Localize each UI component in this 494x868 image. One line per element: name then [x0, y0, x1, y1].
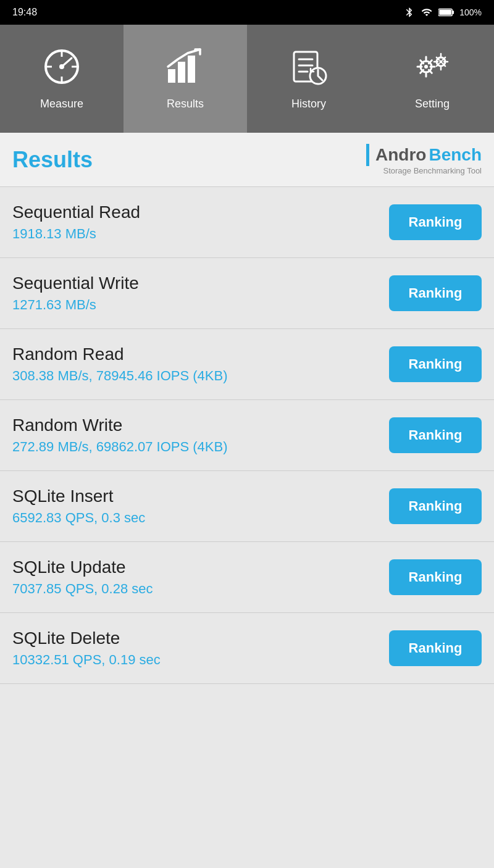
battery-icon [438, 7, 454, 17]
result-value-sequential-write: 1271.63 MB/s [12, 297, 139, 313]
svg-point-19 [424, 65, 428, 69]
svg-rect-11 [188, 56, 195, 83]
tab-setting-label: Setting [415, 98, 450, 111]
result-info-sqlite-update: SQLite Update 7037.85 QPS, 0.28 sec [12, 557, 153, 597]
result-value-sqlite-update: 7037.85 QPS, 0.28 sec [12, 581, 153, 597]
result-name-sequential-write: Sequential Write [12, 273, 139, 293]
measure-icon [42, 47, 82, 91]
result-info-sqlite-delete: SQLite Delete 10332.51 QPS, 0.19 sec [12, 628, 161, 668]
page-title: Results [12, 147, 93, 173]
result-row-sequential-read: Sequential Read 1918.13 MB/s Ranking [0, 187, 494, 258]
result-name-sqlite-update: SQLite Update [12, 557, 153, 577]
ranking-btn-random-read[interactable]: Ranking [389, 346, 482, 382]
tab-history[interactable]: History [247, 25, 371, 133]
result-name-random-read: Random Read [12, 344, 228, 364]
result-row-sequential-write: Sequential Write 1271.63 MB/s Ranking [0, 258, 494, 329]
tab-results[interactable]: Results [124, 25, 247, 133]
svg-rect-1 [452, 10, 454, 14]
bluetooth-icon [404, 6, 415, 19]
nav-tabs: Measure Results [0, 25, 494, 133]
wifi-icon [420, 7, 433, 18]
tab-measure-label: Measure [40, 98, 83, 111]
history-icon [289, 47, 329, 91]
brand-bench: Bench [429, 145, 482, 165]
status-bar: 19:48 100% [0, 0, 494, 25]
result-row-sqlite-insert: SQLite Insert 6592.83 QPS, 0.3 sec Ranki… [0, 471, 494, 542]
ranking-btn-sequential-read[interactable]: Ranking [389, 204, 482, 240]
result-info-sqlite-insert: SQLite Insert 6592.83 QPS, 0.3 sec [12, 486, 145, 526]
battery-percent: 100% [459, 7, 482, 17]
brand-logo: AndroBench Storage Benchmarking Tool [366, 144, 482, 175]
ranking-btn-sqlite-insert[interactable]: Ranking [389, 488, 482, 524]
result-value-sqlite-insert: 6592.83 QPS, 0.3 sec [12, 510, 145, 526]
ranking-btn-sqlite-update[interactable]: Ranking [389, 559, 482, 595]
svg-rect-2 [440, 10, 452, 15]
result-row-random-read: Random Read 308.38 MB/s, 78945.46 IOPS (… [0, 329, 494, 400]
result-row-random-write: Random Write 272.89 MB/s, 69862.07 IOPS … [0, 400, 494, 471]
result-value-random-read: 308.38 MB/s, 78945.46 IOPS (4KB) [12, 368, 228, 384]
result-row-sqlite-delete: SQLite Delete 10332.51 QPS, 0.19 sec Ran… [0, 613, 494, 684]
tab-history-label: History [291, 98, 326, 111]
result-row-sqlite-update: SQLite Update 7037.85 QPS, 0.28 sec Rank… [0, 542, 494, 613]
svg-point-21 [440, 61, 443, 64]
status-time: 19:48 [12, 7, 37, 18]
results-icon [165, 47, 205, 91]
tab-measure[interactable]: Measure [0, 25, 124, 133]
brand-subtitle: Storage Benchmarking Tool [383, 166, 482, 175]
tab-setting[interactable]: Setting [371, 25, 494, 133]
tab-results-label: Results [167, 98, 204, 111]
result-info-random-write: Random Write 272.89 MB/s, 69862.07 IOPS … [12, 415, 228, 455]
result-name-sqlite-insert: SQLite Insert [12, 486, 145, 506]
page-header: Results AndroBench Storage Benchmarking … [0, 133, 494, 187]
setting-icon [412, 47, 452, 91]
result-name-sequential-read: Sequential Read [12, 202, 140, 222]
results-list: Sequential Read 1918.13 MB/s Ranking Seq… [0, 187, 494, 684]
brand-andro: Andro [375, 145, 426, 165]
result-info-random-read: Random Read 308.38 MB/s, 78945.46 IOPS (… [12, 344, 228, 384]
result-value-sequential-read: 1918.13 MB/s [12, 226, 140, 242]
brand-bar-decoration [366, 144, 369, 166]
ranking-btn-sqlite-delete[interactable]: Ranking [389, 630, 482, 666]
result-name-random-write: Random Write [12, 415, 228, 435]
brand-name: AndroBench [366, 144, 482, 166]
status-icons: 100% [404, 6, 482, 19]
result-value-sqlite-delete: 10332.51 QPS, 0.19 sec [12, 652, 161, 668]
result-name-sqlite-delete: SQLite Delete [12, 628, 161, 648]
result-info-sequential-read: Sequential Read 1918.13 MB/s [12, 202, 140, 242]
ranking-btn-sequential-write[interactable]: Ranking [389, 275, 482, 311]
result-info-sequential-write: Sequential Write 1271.63 MB/s [12, 273, 139, 313]
ranking-btn-random-write[interactable]: Ranking [389, 417, 482, 453]
svg-rect-9 [168, 69, 175, 83]
result-value-random-write: 272.89 MB/s, 69862.07 IOPS (4KB) [12, 439, 228, 455]
svg-rect-10 [178, 62, 185, 83]
